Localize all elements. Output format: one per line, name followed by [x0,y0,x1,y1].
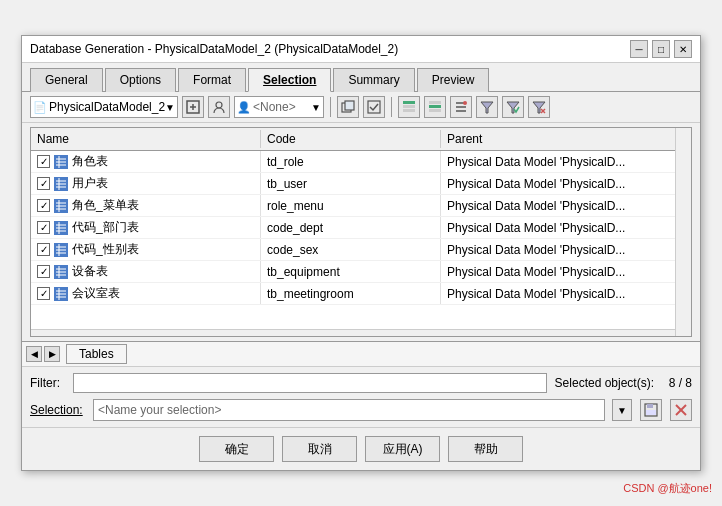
selected-objects-value: 8 / 8 [662,376,692,390]
svg-rect-6 [368,101,380,113]
svg-rect-55 [647,404,653,408]
toolbar-btn-1[interactable] [182,96,204,118]
table-icon-4 [54,243,68,257]
table-icon-6 [54,287,68,301]
content-area: Name Code Parent 角色表 td_role Physical Da… [22,123,700,341]
cell-parent-6: Physical Data Model 'PhysicalD... [441,283,691,304]
tab-selection[interactable]: Selection [248,68,331,92]
toolbar-btn-6[interactable] [424,96,446,118]
vertical-scrollbar[interactable] [675,128,691,336]
tab-general[interactable]: General [30,68,103,92]
svg-rect-12 [429,109,441,112]
bottom-buttons: 确定 取消 应用(A) 帮助 [22,427,700,470]
user-dropdown[interactable]: 👤 <None> ▼ [234,96,324,118]
svg-rect-10 [429,101,441,104]
row-checkbox-2[interactable] [37,199,50,212]
row-checkbox-5[interactable] [37,265,50,278]
table-body: 角色表 td_role Physical Data Model 'Physica… [31,151,691,329]
selection-save-button[interactable] [640,399,662,421]
table-row[interactable]: 用户表 tb_user Physical Data Model 'Physica… [31,173,691,195]
table-icon-0 [54,155,68,169]
toolbar-btn-4[interactable] [363,96,385,118]
cell-parent-3: Physical Data Model 'PhysicalD... [441,217,691,238]
selection-row: Selection: <Name your selection> ▼ [22,397,700,427]
cell-parent-1: Physical Data Model 'PhysicalD... [441,173,691,194]
svg-rect-11 [429,105,441,108]
table-icon-1 [54,177,68,191]
svg-point-3 [216,102,222,108]
tab-options[interactable]: Options [105,68,176,92]
row-checkbox-0[interactable] [37,155,50,168]
selection-delete-button[interactable] [670,399,692,421]
table-icon-2 [54,199,68,213]
table-row[interactable]: 设备表 tb_equipment Physical Data Model 'Ph… [31,261,691,283]
table-row[interactable]: 代码_性别表 code_sex Physical Data Model 'Phy… [31,239,691,261]
tab-preview[interactable]: Preview [417,68,490,92]
bottom-tab-tables[interactable]: Tables [66,344,127,364]
toolbar-btn-filter-x[interactable] [528,96,550,118]
selection-label: Selection: [30,403,85,417]
svg-marker-14 [481,102,493,113]
row-checkbox-1[interactable] [37,177,50,190]
filter-input[interactable] [73,373,547,393]
tab-next-button[interactable]: ▶ [44,346,60,362]
title-bar: Database Generation - PhysicalDataModel_… [22,36,700,63]
row-checkbox-4[interactable] [37,243,50,256]
cell-name-4: 代码_性别表 [31,239,261,260]
cell-name-6: 会议室表 [31,283,261,304]
toolbar-btn-2[interactable] [208,96,230,118]
window-controls: ─ □ ✕ [630,40,692,58]
cell-name-2: 角色_菜单表 [31,195,261,216]
cell-parent-2: Physical Data Model 'PhysicalD... [441,195,691,216]
watermark: CSDN @航迹one! [623,481,712,496]
model-dropdown-arrow[interactable]: ▼ [165,102,175,113]
apply-button[interactable]: 应用(A) [365,436,440,462]
window-title: Database Generation - PhysicalDataModel_… [30,42,398,56]
table-icon-5 [54,265,68,279]
table-row[interactable]: 角色表 td_role Physical Data Model 'Physica… [31,151,691,173]
cell-parent-4: Physical Data Model 'PhysicalD... [441,239,691,260]
row-checkbox-6[interactable] [37,287,50,300]
toolbar-btn-5[interactable] [398,96,420,118]
filter-label: Filter: [30,376,65,390]
selected-objects-label: Selected object(s): [555,376,654,390]
svg-rect-56 [646,410,656,415]
svg-rect-5 [345,101,354,110]
model-dropdown[interactable]: 📄 PhysicalDataModel_2 ▼ [30,96,178,118]
toolbar-btn-3[interactable] [337,96,359,118]
row-checkbox-3[interactable] [37,221,50,234]
cell-parent-0: Physical Data Model 'PhysicalD... [441,151,691,172]
horizontal-scrollbar[interactable] [31,329,691,337]
cell-code-0: td_role [261,151,441,172]
cancel-button[interactable]: 取消 [282,436,357,462]
tab-format[interactable]: Format [178,68,246,92]
tab-summary[interactable]: Summary [333,68,414,92]
tab-prev-button[interactable]: ◀ [26,346,42,362]
cell-code-2: role_menu [261,195,441,216]
close-button[interactable]: ✕ [674,40,692,58]
selection-input[interactable]: <Name your selection> [93,399,605,421]
toolbar: 📄 PhysicalDataModel_2 ▼ 👤 <None> ▼ [22,92,700,123]
separator-1 [330,97,331,117]
svg-rect-7 [403,101,415,104]
user-dropdown-arrow[interactable]: ▼ [311,102,321,113]
cell-code-3: code_dept [261,217,441,238]
toolbar-btn-7[interactable] [450,96,472,118]
table-row[interactable]: 代码_部门表 code_dept Physical Data Model 'Ph… [31,217,691,239]
ok-button[interactable]: 确定 [199,436,274,462]
col-parent: Parent [441,130,691,148]
maximize-button[interactable]: □ [652,40,670,58]
help-button[interactable]: 帮助 [448,436,523,462]
table-header: Name Code Parent [31,128,691,151]
toolbar-btn-filter-check[interactable] [502,96,524,118]
table-row[interactable]: 会议室表 tb_meetingroom Physical Data Model … [31,283,691,305]
table-row[interactable]: 角色_菜单表 role_menu Physical Data Model 'Ph… [31,195,691,217]
minimize-button[interactable]: ─ [630,40,648,58]
col-name: Name [31,130,261,148]
cell-name-3: 代码_部门表 [31,217,261,238]
selection-dropdown-button[interactable]: ▼ [612,399,632,421]
svg-rect-9 [403,109,415,112]
cell-code-5: tb_equipment [261,261,441,282]
toolbar-btn-filter[interactable] [476,96,498,118]
filter-row: Filter: Selected object(s): 8 / 8 [22,369,700,397]
